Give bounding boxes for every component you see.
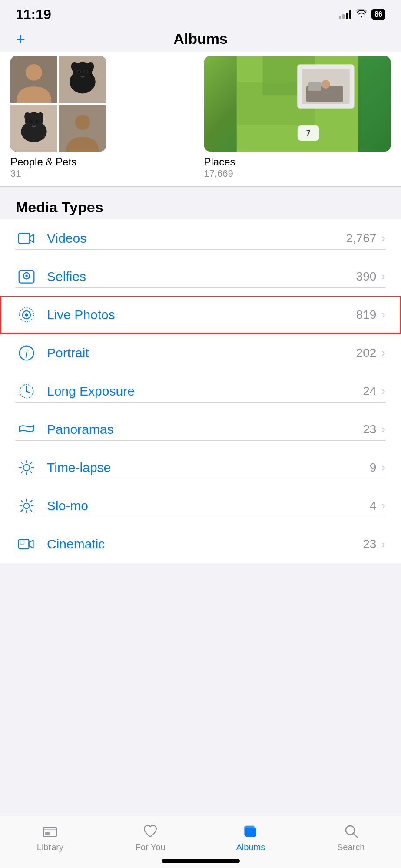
svg-point-36 [25, 313, 28, 316]
media-selfies-chevron: › [381, 270, 385, 283]
svg-point-54 [24, 503, 30, 508]
svg-rect-26 [308, 82, 321, 91]
media-videos-count: 2,767 [346, 231, 376, 245]
media-cinematic-count: 23 [363, 537, 376, 551]
album-places[interactable]: 7 Places 17,669 [204, 56, 391, 179]
wifi-icon [356, 9, 367, 20]
svg-rect-71 [246, 825, 254, 827]
timelapse-icon [16, 457, 37, 479]
media-item-long-exposure[interactable]: Long Exposure 24 › [0, 372, 401, 410]
dog-avatar-2 [10, 105, 57, 152]
add-album-button[interactable]: + [16, 31, 25, 47]
media-portrait-label: Portrait [47, 346, 356, 360]
media-selfies-label: Selfies [47, 269, 356, 284]
svg-line-60 [30, 510, 32, 511]
page-title: Albums [173, 30, 228, 47]
media-slo-mo-count: 4 [370, 499, 377, 513]
svg-line-52 [30, 462, 32, 464]
albums-tab-icon [240, 822, 261, 840]
svg-point-10 [85, 71, 87, 73]
tab-search-label: Search [337, 842, 365, 852]
for-you-tab-icon [140, 822, 161, 840]
svg-rect-30 [19, 233, 30, 244]
portrait-icon: f [16, 342, 37, 364]
signal-bars-icon [339, 10, 351, 19]
media-panoramas-count: 23 [363, 422, 376, 436]
media-selfies-count: 390 [356, 270, 377, 284]
status-bar: 11:19 86 [0, 0, 401, 26]
media-item-live-photos[interactable]: Live Photos 819 › [0, 296, 401, 334]
media-time-lapse-count: 9 [370, 461, 377, 475]
svg-line-53 [21, 471, 23, 472]
panorama-icon [16, 419, 37, 440]
svg-rect-64 [20, 541, 24, 544]
album-places-label: Places [204, 156, 391, 168]
media-item-time-lapse[interactable]: Time-lapse 9 › [0, 449, 401, 487]
svg-point-19 [75, 115, 90, 130]
dog-avatar-1 [59, 56, 106, 103]
tab-library-label: Library [37, 842, 63, 852]
svg-point-1 [26, 64, 42, 81]
media-item-videos[interactable]: Videos 2,767 › [0, 219, 401, 257]
media-long-exposure-chevron: › [381, 384, 385, 398]
media-long-exposure-label: Long Exposure [47, 384, 363, 399]
svg-point-17 [35, 120, 39, 123]
media-item-slo-mo[interactable]: Slo-mo 4 › [0, 487, 401, 525]
svg-line-61 [30, 500, 32, 502]
nav-bar: + Albums [0, 26, 401, 52]
media-item-panoramas[interactable]: Panoramas 23 › [0, 410, 401, 449]
tab-search[interactable]: Search [301, 822, 401, 852]
media-types-list: Videos 2,767 › Selfies 390 › [0, 219, 401, 563]
tab-for-you-label: For You [136, 842, 166, 852]
media-item-portrait[interactable]: f Portrait 202 › [0, 334, 401, 372]
status-time: 11:19 [16, 7, 51, 23]
library-tab-icon [40, 822, 60, 840]
svg-rect-69 [245, 828, 256, 837]
person-avatar-2 [59, 105, 106, 152]
media-cinematic-label: Cinematic [47, 537, 363, 551]
cinematic-icon [16, 533, 37, 555]
media-slo-mo-label: Slo-mo [47, 498, 370, 513]
media-portrait-count: 202 [356, 346, 377, 360]
tab-albums[interactable]: Albums [201, 822, 301, 852]
media-types-header: Media Types [0, 187, 401, 219]
live-photos-icon [16, 304, 37, 326]
svg-line-59 [21, 500, 23, 502]
status-icons: 86 [339, 9, 385, 20]
tab-library[interactable]: Library [0, 822, 100, 852]
media-panoramas-chevron: › [381, 422, 385, 436]
media-time-lapse-label: Time-lapse [47, 460, 370, 475]
media-types-title: Media Types [16, 199, 103, 215]
person-avatar-1 [10, 56, 57, 103]
tab-for-you[interactable]: For You [100, 822, 201, 852]
svg-text:f: f [25, 348, 29, 358]
svg-point-27 [321, 80, 330, 89]
svg-line-73 [353, 833, 357, 837]
media-live-photos-label: Live Photos [47, 307, 356, 322]
slomo-icon [16, 495, 37, 517]
media-live-photos-chevron: › [381, 308, 385, 321]
home-indicator [162, 859, 240, 863]
places-map-visual: 7 [204, 56, 391, 152]
media-item-selfies[interactable]: Selfies 390 › [0, 257, 401, 296]
svg-text:7: 7 [306, 129, 310, 138]
media-slo-mo-chevron: › [381, 499, 385, 512]
media-cinematic-chevron: › [381, 538, 385, 551]
media-live-photos-count: 819 [356, 308, 377, 322]
svg-line-50 [21, 462, 23, 464]
svg-line-51 [30, 471, 32, 472]
album-people-pets[interactable]: People & Pets 31 [10, 56, 197, 179]
media-time-lapse-chevron: › [381, 461, 385, 474]
album-people-pets-label: People & Pets [10, 156, 197, 168]
svg-line-42 [27, 391, 30, 393]
svg-point-33 [25, 274, 27, 277]
places-map: 7 [204, 56, 391, 152]
album-places-count: 17,669 [204, 168, 391, 179]
svg-point-45 [23, 464, 30, 471]
long-exposure-icon [16, 380, 37, 402]
svg-line-62 [21, 509, 23, 512]
albums-row: People & Pets 31 [0, 52, 401, 186]
media-item-cinematic[interactable]: Cinematic 23 › [0, 525, 401, 563]
tab-albums-label: Albums [236, 842, 265, 852]
media-portrait-chevron: › [381, 346, 385, 360]
